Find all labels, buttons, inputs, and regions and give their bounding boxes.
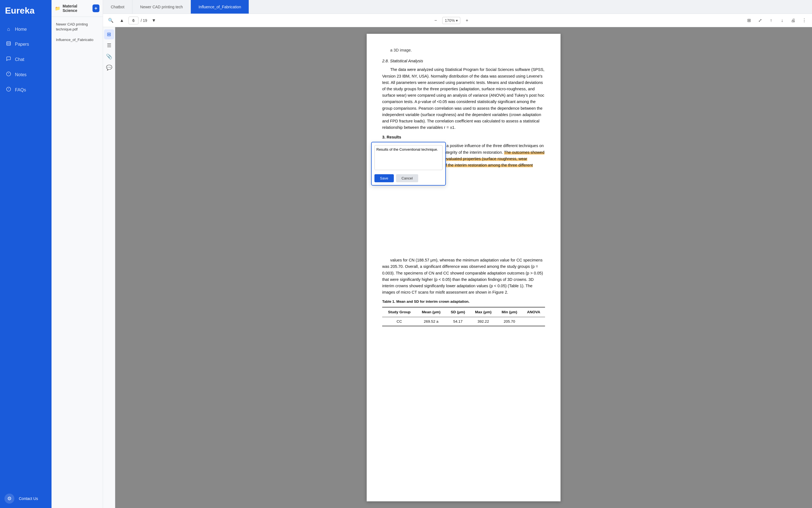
zoom-out-button[interactable]: − <box>431 16 440 25</box>
sidebar-item-home[interactable]: ⌂ Home <box>2 23 49 36</box>
pdf-continued-text: values for CN (188.57 μm), whereas the m… <box>382 257 545 296</box>
sidebar-item-home-label: Home <box>15 27 27 32</box>
pdf-content: a 3D image. 2.8. Statistical Analysis Th… <box>115 27 812 508</box>
sidebar-item-chat[interactable]: Chat <box>2 52 49 67</box>
folder-icon: 📁 <box>55 6 60 11</box>
sidebar-bottom: ⚙ Contact Us <box>0 489 51 508</box>
pdf-body: ⊞ ☰ 📎 💬 a 3D image. 2.8. Statistical Ana… <box>103 27 812 508</box>
app-logo: Eureka <box>0 0 51 23</box>
outline-view-button[interactable]: ☰ <box>104 40 114 50</box>
pdf-page: a 3D image. 2.8. Statistical Analysis Th… <box>367 34 560 501</box>
papers-icon <box>5 41 12 47</box>
contact-us-button[interactable]: Contact Us <box>19 496 38 501</box>
table-header-3: Max (μm) <box>470 307 497 317</box>
main-area: Chatbot Newer CAD printing tech Influenc… <box>103 0 812 508</box>
zoom-in-button[interactable]: + <box>462 16 471 25</box>
pdf-table-caption-text: Table 1. Mean and SD for interim crown a… <box>382 299 469 304</box>
pdf-table: Study Group Mean (μm) SD (μm) Max (μm) M… <box>382 307 545 326</box>
notes-icon <box>5 72 12 78</box>
annotation-save-button[interactable]: Save <box>374 174 394 182</box>
fit-page-button[interactable]: ⊞ <box>745 16 753 25</box>
sidebar-item-notes-label: Notes <box>15 72 27 77</box>
annotations-view-button[interactable]: 📎 <box>104 51 114 61</box>
more-options-button[interactable]: ⋮ <box>800 16 809 25</box>
folder-name: Material Science <box>62 4 90 13</box>
file-panel: 📁 Material Science + Newer CAD printing … <box>51 0 103 508</box>
chat-icon <box>5 56 12 62</box>
annotation-popup: Results of the Conventional technique. S… <box>371 142 446 185</box>
tab-newer-cad[interactable]: Newer CAD printing tech <box>132 0 191 13</box>
file-panel-header: 📁 Material Science + <box>51 0 103 17</box>
pdf-subheading-2-8: 2.8. Statistical Analysis <box>382 58 545 64</box>
annotation-actions: Save Cancel <box>374 174 443 182</box>
sidebar: Eureka ⌂ Home Papers Chat Notes <box>0 0 51 508</box>
tab-influence[interactable]: Influence_of_Fabrication <box>191 0 249 13</box>
sidebar-item-notes[interactable]: Notes <box>2 68 49 82</box>
table-cell-0-1: 269.52 a <box>416 317 446 326</box>
sidebar-nav: ⌂ Home Papers Chat Notes FAQs <box>0 23 51 489</box>
svg-rect-0 <box>7 42 10 45</box>
page-total: / 19 <box>141 18 147 23</box>
expand-button[interactable]: ⤢ <box>756 16 764 25</box>
page-input[interactable] <box>129 16 138 25</box>
zoom-value: 170% <box>445 18 455 23</box>
pdf-section-3-title: 3. Results <box>382 134 545 140</box>
print-button[interactable]: 🖨 <box>789 16 798 25</box>
annotation-cancel-button[interactable]: Cancel <box>396 174 418 182</box>
match-up-button[interactable]: ▲ <box>118 16 126 25</box>
page-nav-dropdown[interactable]: ▼ <box>149 16 158 25</box>
table-cell-0-3: 392.22 <box>470 317 497 326</box>
faqs-icon <box>5 87 12 93</box>
settings-button[interactable]: ⚙ <box>4 494 14 504</box>
annotation-textarea[interactable]: Results of the Conventional technique. <box>374 145 443 170</box>
comments-view-button[interactable]: 💬 <box>104 62 114 73</box>
file-list: Newer CAD printing technique.pdf Influen… <box>51 17 103 508</box>
tab-chatbot[interactable]: Chatbot <box>103 0 132 13</box>
table-cell-0-5 <box>522 317 545 326</box>
pdf-partial-top: a 3D image. <box>382 47 545 53</box>
table-header-5: ANOVA <box>522 307 545 317</box>
upload-button[interactable]: ↑ <box>767 16 775 25</box>
sidebar-item-faqs[interactable]: FAQs <box>2 83 49 97</box>
table-header-2: SD (μm) <box>446 307 470 317</box>
sidebar-item-papers-label: Papers <box>15 42 29 47</box>
table-cell-0-4: 205.70 <box>497 317 522 326</box>
file-item-0[interactable]: Newer CAD printing technique.pdf <box>54 19 100 35</box>
tabs-bar: Chatbot Newer CAD printing tech Influenc… <box>103 0 812 14</box>
home-icon: ⌂ <box>5 26 12 32</box>
download-button[interactable]: ↓ <box>778 16 786 25</box>
table-row-0: CC 269.52 a 54.17 392.22 205.70 <box>382 317 545 326</box>
table-header-4: Min (μm) <box>497 307 522 317</box>
table-cell-0-0: CC <box>382 317 416 326</box>
sidebar-item-chat-label: Chat <box>15 57 25 62</box>
sidebar-item-faqs-label: FAQs <box>15 88 26 92</box>
sidebar-item-papers[interactable]: Papers <box>2 37 49 51</box>
pdf-toolbar: 🔍 ▲ / 19 ▼ − 170% ▾ + ⊞ ⤢ ↑ ↓ 🖨 ⋮ <box>103 14 812 27</box>
table-cell-0-2: 54.17 <box>446 317 470 326</box>
search-button[interactable]: 🔍 <box>106 16 115 25</box>
zoom-dropdown-icon[interactable]: ▾ <box>456 18 458 23</box>
table-header-1: Mean (μm) <box>416 307 446 317</box>
file-item-1[interactable]: Influence_of_Fabricatio <box>54 35 100 45</box>
pdf-table-caption: Table 1. Mean and SD for interim crown a… <box>382 299 545 305</box>
pdf-para-2-8: The data were analyzed using Statistical… <box>382 67 545 131</box>
thumbnails-view-button[interactable]: ⊞ <box>104 29 114 39</box>
view-sidebar: ⊞ ☰ 📎 💬 <box>103 27 115 508</box>
pdf-continued-para: values for CN (188.57 μm), whereas the m… <box>382 257 545 296</box>
table-header-0: Study Group <box>382 307 416 317</box>
add-folder-button[interactable]: + <box>92 4 99 12</box>
zoom-display: 170% ▾ <box>442 17 460 24</box>
